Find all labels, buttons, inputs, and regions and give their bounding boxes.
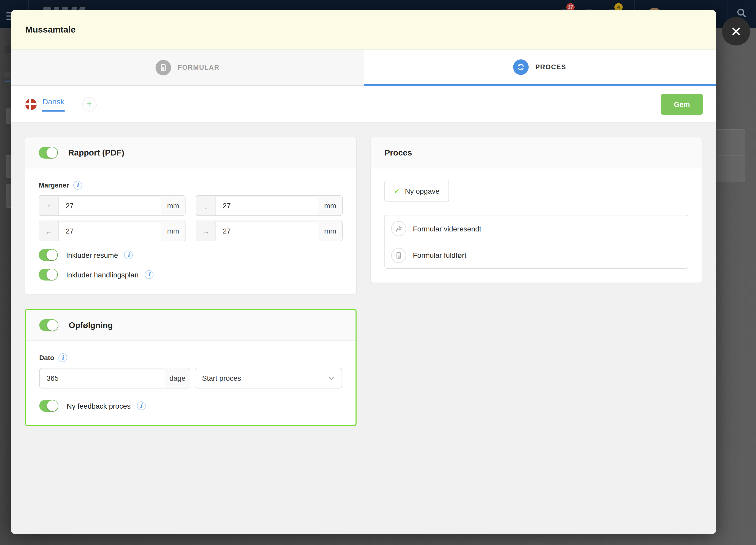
sync-icon [513, 59, 529, 75]
process-action-select[interactable]: Start proces [195, 368, 342, 388]
close-icon: ✕ [730, 25, 742, 38]
opfolgning-toggle[interactable] [39, 319, 58, 331]
days-input[interactable] [40, 368, 165, 388]
checkmark-icon: ✓ [394, 187, 400, 196]
new-task-label: Ny opgave [405, 187, 439, 195]
left-column: Rapport (PDF) Margener i ↑ mm [25, 137, 357, 426]
close-modal-button[interactable]: ✕ [722, 17, 750, 45]
event-row-forwarded[interactable]: Formular videresendt [385, 216, 688, 242]
modal-header: Mussamtale [11, 10, 716, 50]
form-icon [156, 60, 171, 75]
rapport-pdf-card: Rapport (PDF) Margener i ↑ mm [25, 137, 357, 294]
margin-left-input[interactable] [59, 221, 161, 241]
chevron-down-icon [328, 376, 335, 380]
margin-right-input[interactable] [216, 221, 318, 241]
margin-top-unit: mm [161, 196, 185, 216]
modal-content: Rapport (PDF) Margener i ↑ mm [11, 123, 716, 534]
screen: 37 4 Mussamtale [0, 0, 756, 545]
opfolgning-card-title: Opfølgning [69, 320, 113, 330]
margin-left-unit: mm [161, 221, 185, 241]
info-icon[interactable]: i [73, 181, 82, 190]
search-icon[interactable] [736, 8, 747, 18]
modal-title: Mussamtale [25, 25, 76, 35]
new-task-button[interactable]: ✓ Ny opgave [384, 181, 449, 202]
new-feedback-row: Ny feedback proces i [39, 400, 342, 412]
include-resume-row: Inkluder resumé i [39, 249, 343, 261]
margin-top-group: ↑ mm [39, 195, 186, 216]
proces-card-body: ✓ Ny opgave Formular videresendt [371, 169, 702, 282]
date-label: Dato [39, 354, 54, 361]
tab-formular-label: FORMULAR [178, 64, 220, 71]
info-icon[interactable]: i [58, 353, 67, 362]
include-action-plan-label: Inkluder handlingsplan [66, 271, 138, 279]
margin-right-group: → mm [196, 221, 343, 241]
margins-grid: ↑ mm ↓ mm ← [39, 195, 343, 241]
margins-label: Margener [39, 181, 69, 189]
date-row: dage Start proces [39, 368, 342, 388]
forward-arrow-icon [391, 221, 406, 236]
language-tab-dansk[interactable]: Dansk [42, 97, 64, 111]
date-label-row: Dato i [39, 353, 342, 362]
process-event-list: Formular videresendt Formular fuldført [384, 215, 688, 269]
opfolgning-card: Opfølgning Dato i dage [25, 309, 357, 426]
tab-proces-label: PROCES [535, 63, 566, 71]
margin-bottom-unit: mm [318, 196, 342, 216]
event-row-completed[interactable]: Formular fuldført [385, 242, 688, 268]
event-label: Formular videresendt [413, 225, 481, 233]
rapport-toggle[interactable] [39, 147, 58, 159]
event-label: Formular fuldført [413, 251, 466, 259]
margin-bottom-input[interactable] [216, 196, 318, 216]
new-feedback-label: Ny feedback proces [67, 402, 130, 410]
days-unit: dage [165, 368, 190, 388]
proces-card-header: Proces [371, 137, 702, 169]
language-bar: Dansk + Gem [11, 86, 716, 123]
margin-bottom-group: ↓ mm [196, 195, 343, 216]
proces-card-title: Proces [384, 148, 412, 157]
include-resume-toggle[interactable] [39, 249, 58, 261]
info-icon[interactable]: i [145, 270, 153, 279]
tab-proces[interactable]: PROCES [364, 50, 716, 86]
opfolgning-card-header: Opfølgning [26, 310, 356, 341]
modal-tabs: FORMULAR PROCES [11, 50, 716, 86]
document-icon [391, 248, 406, 263]
save-button[interactable]: Gem [661, 94, 703, 114]
settings-modal: Mussamtale FORMULAR PROCES Dansk + Gem [11, 10, 716, 534]
right-column: Proces ✓ Ny opgave Formular [371, 137, 702, 283]
margin-left-group: ← mm [39, 221, 186, 241]
include-resume-label: Inkluder resumé [66, 251, 118, 259]
margin-top-input[interactable] [59, 196, 161, 216]
tab-formular[interactable]: FORMULAR [11, 50, 364, 86]
info-icon[interactable]: i [124, 251, 133, 259]
proces-card: Proces ✓ Ny opgave Formular [371, 137, 702, 283]
margins-label-row: Margener i [39, 181, 343, 190]
margin-right-unit: mm [318, 221, 342, 241]
process-action-value: Start proces [202, 374, 241, 382]
plus-icon: + [87, 99, 92, 110]
background-card-fragment [713, 129, 745, 182]
danish-flag-icon [25, 98, 37, 110]
include-action-plan-toggle[interactable] [39, 269, 58, 280]
info-icon[interactable]: i [137, 401, 145, 410]
rapport-card-body: Margener i ↑ mm ↓ [25, 169, 356, 294]
add-language-button[interactable]: + [82, 97, 96, 111]
rapport-card-header: Rapport (PDF) [25, 137, 356, 169]
days-group: dage [39, 368, 190, 388]
rapport-card-title: Rapport (PDF) [68, 148, 124, 157]
opfolgning-card-body: Dato i dage Start proces [26, 341, 356, 425]
include-action-plan-row: Inkluder handlingsplan i [39, 269, 343, 280]
new-feedback-toggle[interactable] [39, 400, 58, 412]
arrow-left-icon: ← [39, 221, 59, 241]
arrow-right-icon: → [196, 221, 216, 241]
arrow-up-icon: ↑ [39, 196, 59, 216]
arrow-down-icon: ↓ [196, 196, 216, 216]
